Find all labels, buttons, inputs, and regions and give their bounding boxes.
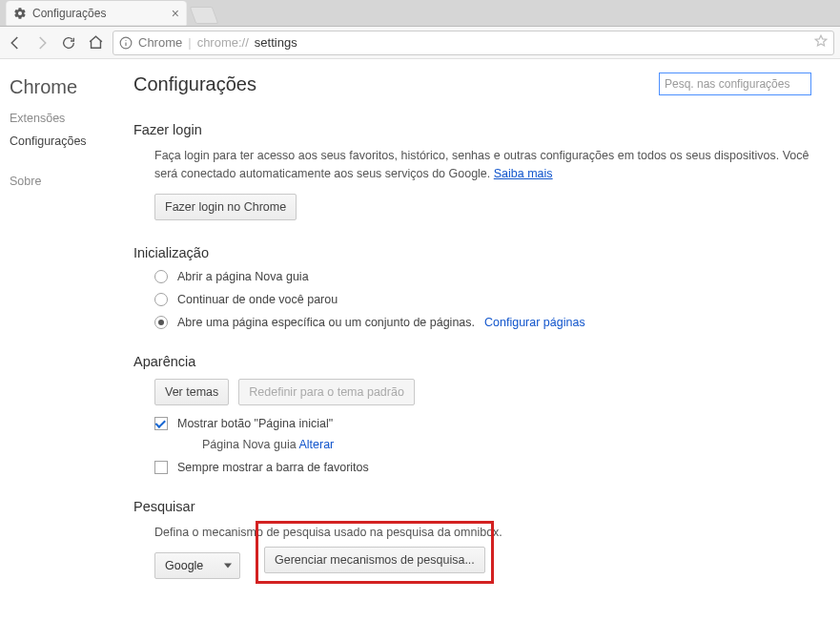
page-header: Configurações: [133, 72, 811, 95]
gear-icon: [13, 7, 27, 20]
search-engine-value: Google: [165, 559, 203, 572]
site-info-icon[interactable]: [119, 36, 133, 50]
tab-strip: Configurações ×: [0, 0, 840, 27]
forward-button[interactable]: [32, 33, 51, 52]
section-search: Pesquisar Defina o mecanismo de pesquisa…: [133, 499, 811, 584]
startup-radio-continue[interactable]: [154, 293, 168, 306]
sidebar-title: Chrome: [10, 76, 133, 98]
section-title-search: Pesquisar: [133, 499, 811, 514]
set-pages-link[interactable]: Configurar páginas: [484, 316, 585, 329]
back-button[interactable]: [6, 33, 25, 52]
section-title-appearance: Aparência: [133, 354, 811, 369]
startup-radio-specific[interactable]: [154, 316, 168, 329]
reload-button[interactable]: [59, 33, 78, 52]
signin-description: Faça login para ter acesso aos seus favo…: [154, 147, 811, 184]
search-engine-select[interactable]: Google: [154, 552, 240, 579]
learn-more-link[interactable]: Saiba mais: [494, 167, 553, 180]
show-home-checkbox[interactable]: [154, 417, 168, 430]
home-page-subtext: Página Nova guia Alterar: [202, 438, 811, 451]
startup-option-continue: Continuar de onde você parou: [177, 293, 338, 306]
show-home-label: Mostrar botão "Página inicial": [177, 417, 333, 430]
home-button[interactable]: [86, 33, 105, 52]
close-icon[interactable]: ×: [172, 6, 179, 21]
omnibox-origin-label: Chrome: [138, 35, 182, 50]
manage-search-engines-button[interactable]: Gerenciar mecanismos de pesquisa...: [264, 547, 485, 573]
settings-search-input[interactable]: [659, 72, 811, 95]
bookmark-star-icon[interactable]: [814, 34, 828, 51]
reset-theme-button[interactable]: Redefinir para o tema padrão: [238, 379, 415, 405]
startup-option-specific: Abre uma página específica ou um conjunt…: [177, 316, 475, 329]
highlight-annotation: Gerenciar mecanismos de pesquisa...: [256, 521, 494, 584]
omnibox-url-prefix: chrome://: [197, 35, 249, 50]
section-title-signin: Fazer login: [133, 122, 811, 137]
page-title: Configurações: [133, 73, 256, 95]
themes-button[interactable]: Ver temas: [154, 379, 229, 405]
browser-tab-settings[interactable]: Configurações ×: [6, 1, 187, 26]
signin-button[interactable]: Fazer login no Chrome: [154, 194, 297, 220]
startup-option-newtab: Abrir a página Nova guia: [177, 270, 309, 283]
section-startup: Inicialização Abrir a página Nova guia C…: [133, 245, 811, 329]
browser-toolbar: Chrome | chrome://settings: [0, 27, 840, 59]
tab-title: Configurações: [32, 7, 106, 20]
main-panel: Configurações Fazer login Faça login par…: [133, 72, 821, 609]
omnibox-url-path: settings: [255, 35, 297, 50]
section-appearance: Aparência Ver temas Redefinir para o tem…: [133, 354, 811, 474]
sidebar-item-about[interactable]: Sobre: [10, 175, 133, 188]
show-bookmarks-checkbox[interactable]: [154, 461, 168, 474]
section-title-startup: Inicialização: [133, 245, 811, 260]
startup-radio-newtab[interactable]: [154, 270, 168, 283]
omnibox[interactable]: Chrome | chrome://settings: [113, 31, 834, 55]
new-tab-button[interactable]: [190, 7, 219, 24]
show-bookmarks-label: Sempre mostrar a barra de favoritos: [177, 461, 369, 474]
sidebar-item-settings[interactable]: Configurações: [10, 135, 133, 148]
sidebar-item-extensions[interactable]: Extensões: [10, 112, 133, 125]
caret-down-icon: [224, 559, 232, 572]
settings-content: Chrome Extensões Configurações Sobre Con…: [0, 59, 840, 609]
sidebar: Chrome Extensões Configurações Sobre: [8, 72, 133, 609]
section-signin: Fazer login Faça login para ter acesso a…: [133, 122, 811, 220]
change-home-link[interactable]: Alterar: [298, 438, 334, 451]
